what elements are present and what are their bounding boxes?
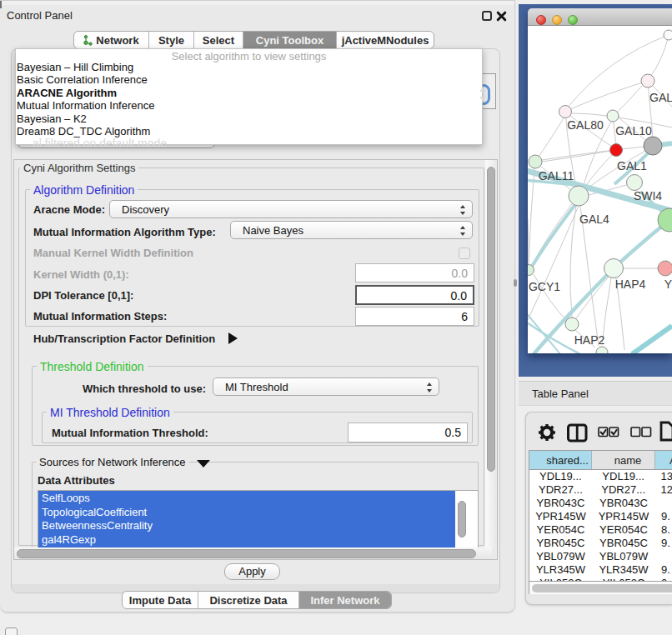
svg-text:GAL4: GAL4 [579, 212, 609, 226]
svg-text:YJ: YJ [664, 278, 672, 291]
svg-text:HAP4: HAP4 [615, 278, 646, 291]
svg-text:GCY1: GCY1 [529, 280, 560, 293]
svg-text:GAL1: GAL1 [617, 159, 647, 172]
svg-text:GAL2: GAL2 [649, 91, 672, 104]
svg-text:GAL10: GAL10 [615, 124, 652, 138]
svg-text:GAL80: GAL80 [567, 118, 604, 132]
svg-text:GAL11: GAL11 [539, 169, 574, 182]
svg-text:HAP2: HAP2 [574, 333, 605, 347]
svg-text:SWI4: SWI4 [634, 189, 662, 202]
